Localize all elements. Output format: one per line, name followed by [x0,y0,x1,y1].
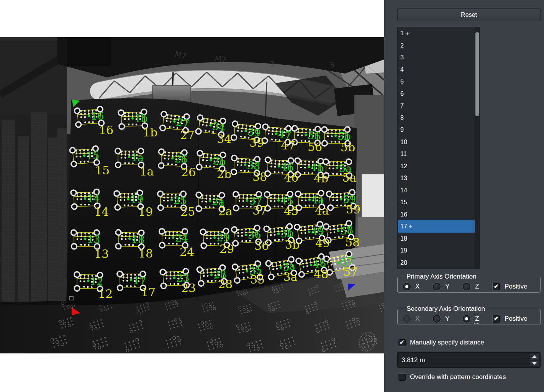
pattern-label: 12 [98,287,113,300]
spin-up-icon[interactable] [530,354,539,360]
list-item[interactable]: 8 [398,112,480,124]
primary-positive-checkbox[interactable] [493,283,500,290]
radio-x-icon [403,315,411,323]
pattern-label: 4b [314,172,328,185]
manual-distance-row[interactable]: Manually specify distance [398,339,484,346]
list-item[interactable]: 14 [398,184,480,197]
pattern-label: 24 [180,245,194,259]
list-item[interactable]: 4 [398,64,480,76]
list-item[interactable]: 9 [398,124,480,136]
secondary-positive[interactable]: Positive [493,315,528,323]
list-item[interactable]: 17 + [398,220,480,233]
pattern-label: 5a [342,171,357,184]
list-item[interactable]: 13 [398,172,480,184]
primary-x-label: X [415,283,419,290]
svg-text:19: 19 [130,194,143,205]
list-item[interactable]: 1 + [398,27,480,39]
list-item[interactable]: 12 [398,160,480,172]
list-item[interactable]: 11 [398,148,480,160]
pattern-label: 25 [180,205,195,218]
svg-text:1a: 1a [131,151,144,164]
manual-distance-label: Manually specify distance [410,339,484,346]
radio-y-icon[interactable] [433,283,441,290]
secondary-positive-checkbox[interactable] [493,315,500,323]
primary-axis-y[interactable]: Y [433,283,463,290]
list-scrollbar-thumb[interactable] [475,32,479,116]
pattern-label: 46 [284,171,298,184]
pattern-label: 37 [252,204,267,217]
pattern-label: 3b [285,238,300,251]
radio-y-icon[interactable] [433,315,441,323]
radio-x-icon[interactable] [403,283,411,290]
list-item[interactable]: 7 [398,100,480,112]
pattern-label: 56 [308,140,322,154]
pattern-label: 57 [343,265,358,279]
svg-text:27: 27 [175,116,190,130]
primary-positive-label: Positive [505,283,528,290]
radio-z-icon[interactable] [463,283,470,290]
pattern-list-items: 1 +234567891011121314151617 +181920 [398,27,480,269]
manual-distance-checkbox[interactable] [398,339,406,346]
pattern-label: 59 [346,203,360,216]
pattern-label: 16 [99,123,113,137]
svg-text:15: 15 [86,149,99,162]
list-item[interactable]: 3 [398,51,480,64]
primary-y-label: Y [445,283,449,290]
list-item[interactable]: 16 [398,208,480,221]
distance-value[interactable]: 3.812 m [401,353,425,367]
svg-text:13: 13 [87,233,100,245]
list-item[interactable]: 6 [398,88,480,100]
list-item[interactable]: 10 [398,136,480,148]
spin-down-icon[interactable] [530,361,539,367]
city-buildings [2,112,67,303]
pattern-label: 49 [315,236,330,250]
svg-text:17: 17 [133,274,146,287]
pattern-label: 39 [249,136,264,149]
list-scrollbar[interactable] [475,27,480,268]
pattern-label: 3a [283,270,298,284]
list-item[interactable]: 19 [398,244,480,257]
svg-text:12: 12 [90,275,103,288]
pattern-label: 13 [94,247,109,261]
distance-spinbox[interactable]: 3.812 m [397,352,541,368]
radio-z-icon[interactable] [463,315,470,323]
pattern-label: 19 [138,205,153,218]
svg-text:3: 3 [269,59,275,69]
pattern-label: 47 [281,139,295,152]
secondary-axis-z[interactable]: Z [463,315,493,323]
pattern-label: 1a [140,165,154,178]
svg-text:14: 14 [87,193,100,205]
secondary-x-label: X [415,315,419,323]
pattern-label: 45 [284,204,298,218]
pattern-label: 28 [218,277,233,291]
pattern-label: 4a [315,204,329,217]
list-item[interactable]: 2 [398,39,480,52]
svg-text:1b: 1b [134,113,147,125]
pattern-label: 5b [341,141,355,154]
pattern-label: 18 [138,247,153,260]
list-item[interactable]: 5 [398,75,480,88]
svg-text:24: 24 [175,232,188,244]
pattern-label: 15 [95,164,110,177]
pattern-list[interactable]: 1 +234567891011121314151617 +181920 [397,27,480,269]
camera-image-view[interactable]: M7M733 161b27343947565b151a262b38464b5a1… [0,37,384,353]
list-item[interactable]: 20 [398,257,480,269]
app-window: { "panel": { "reset_label": "Reset", "li… [0,0,544,392]
list-item[interactable]: 18 [398,233,480,245]
svg-text:26: 26 [174,153,188,165]
override-row[interactable]: Override with pattern coordinates [398,373,506,381]
primary-axis-z[interactable]: Z [463,283,493,290]
svg-text:2b: 2b [212,155,227,168]
pattern-label: 36 [254,239,269,253]
svg-text:18: 18 [131,233,145,246]
secondary-axis-y[interactable]: Y [433,315,463,323]
pattern-label: 14 [94,205,109,218]
override-checkbox[interactable] [398,374,406,381]
list-item[interactable]: 15 [398,196,480,208]
pattern-label: 17 [141,285,156,299]
pattern-label: 2b [217,167,231,181]
reset-button[interactable]: Reset [397,8,541,21]
secondary-positive-label: Positive [505,315,528,323]
primary-axis-x[interactable]: X [403,283,433,290]
primary-positive[interactable]: Positive [493,283,528,290]
